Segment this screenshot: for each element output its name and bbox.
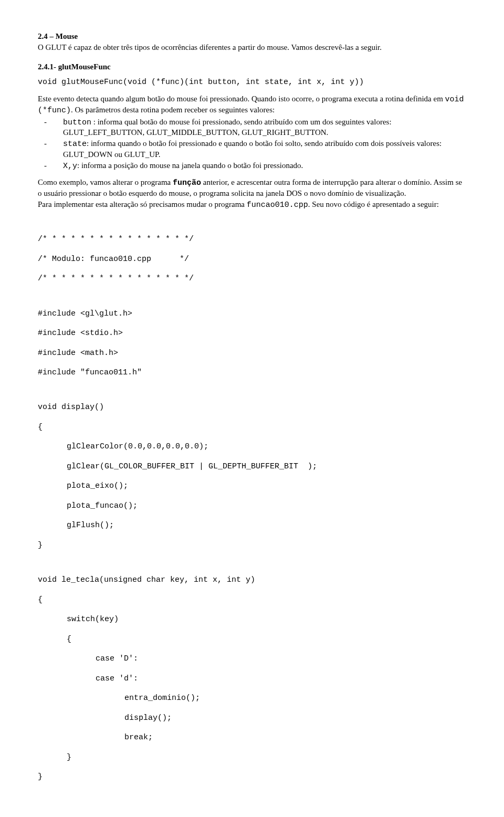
- code-funcao: função: [173, 179, 201, 187]
- para-event-desc: Este evento detecta quando algum botão d…: [38, 94, 466, 116]
- bullet-button: -button : informa qual botão do mouse fo…: [54, 117, 466, 138]
- code-filename: funcao010.cpp: [247, 201, 308, 210]
- section-241-title: 2.4.1- glutMouseFunc: [38, 62, 111, 71]
- para-example: Como exemplo, vamos alterar o programa f…: [38, 177, 466, 198]
- bullet-state: -state: informa quando o botão foi press…: [54, 139, 466, 160]
- para-24-intro: O GLUT é capaz de obter três tipos de oc…: [38, 43, 466, 53]
- bullet-xy: -X,y: informa a posição do mouse na jane…: [54, 161, 466, 172]
- code-block: /* * * * * * * * * * * * * * * */ /* Mod…: [38, 225, 466, 818]
- func-signature: void glutMouseFunc(void (*func)(int butt…: [38, 78, 466, 88]
- section-24-title: 2.4 – Mouse: [38, 32, 78, 40]
- para-implement: Para implementar esta alteração só preci…: [38, 200, 466, 211]
